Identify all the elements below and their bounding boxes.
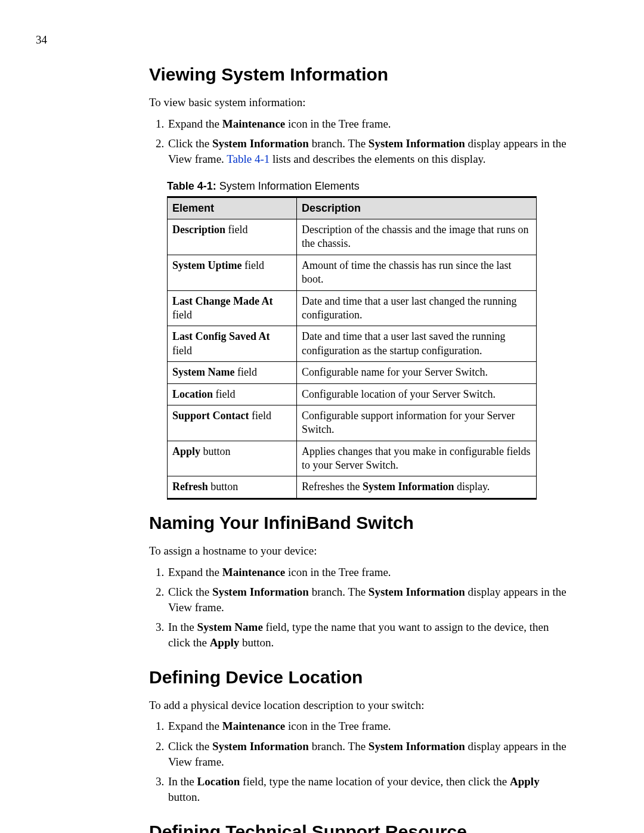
steps-list: Expand the Maintenance icon in the Tree … xyxy=(149,116,572,167)
text: icon in the Tree frame. xyxy=(285,566,391,578)
system-information-elements-table: Element Description Description field De… xyxy=(167,196,537,500)
intro-text: To assign a hostname to your device: xyxy=(149,544,572,559)
element-type: button xyxy=(208,481,239,493)
intro-text: To add a physical device location descri… xyxy=(149,698,572,713)
bold-text: System Information xyxy=(212,137,309,150)
bold-text: Maintenance xyxy=(222,566,286,578)
list-item: Expand the Maintenance icon in the Tree … xyxy=(167,719,572,734)
bold-text: System Information xyxy=(212,740,309,753)
text: branch. The xyxy=(309,740,369,753)
bold-text: Location xyxy=(197,775,240,788)
bold-text: System Information xyxy=(212,586,309,598)
heading-naming-your-infiniband-switch: Naming Your InfiniBand Switch xyxy=(149,513,572,533)
element-name: Location xyxy=(172,388,213,400)
page-content: Viewing System Information To view basic… xyxy=(149,64,572,833)
list-item: Click the System Information branch. The… xyxy=(167,136,572,166)
bold-text: System Information xyxy=(369,740,465,753)
bold-text: Maintenance xyxy=(222,117,286,130)
list-item: Click the System Information branch. The… xyxy=(167,739,572,769)
text: In the xyxy=(168,621,197,633)
element-name: Last Config Saved At xyxy=(172,330,270,342)
table-cross-reference[interactable]: Table 4-1 xyxy=(227,153,270,165)
text: Expand the xyxy=(168,720,222,732)
list-item: Expand the Maintenance icon in the Tree … xyxy=(167,116,572,132)
text: Click the xyxy=(168,586,212,598)
heading-viewing-system-information: Viewing System Information xyxy=(149,64,572,85)
text: Click the xyxy=(168,137,212,150)
bold-text: Apply xyxy=(210,636,240,649)
text: button. xyxy=(168,791,200,803)
document-page: 34 Viewing System Information To view ba… xyxy=(0,0,644,833)
column-header-description: Description xyxy=(297,197,537,219)
element-description: Configurable support information for you… xyxy=(297,405,537,441)
bold-text: System Information xyxy=(369,137,465,150)
text: button. xyxy=(239,636,274,649)
table-row: Last Config Saved At field Date and time… xyxy=(168,326,537,362)
element-description: Amount of time the chassis has run since… xyxy=(297,255,537,290)
text: branch. The xyxy=(309,137,369,150)
element-name: System Name xyxy=(172,366,234,378)
element-type: field xyxy=(242,259,264,271)
bold-text: Maintenance xyxy=(222,720,286,732)
text: Expand the xyxy=(168,117,222,130)
table-row: Support Contact field Configurable suppo… xyxy=(168,405,537,441)
element-name: Apply xyxy=(172,445,200,457)
element-type: field xyxy=(172,345,192,357)
element-description: Description of the chassis and the image… xyxy=(297,219,537,255)
element-description: Date and time that a user last saved the… xyxy=(297,326,537,362)
heading-defining-device-location: Defining Device Location xyxy=(149,667,572,688)
bold-text: Apply xyxy=(510,775,540,788)
element-type: field xyxy=(172,309,192,321)
steps-list: Expand the Maintenance icon in the Tree … xyxy=(149,719,572,804)
table-row: Last Change Made At field Date and time … xyxy=(168,290,537,326)
page-number: 34 xyxy=(36,33,47,47)
element-description: Configurable name for your Server Switch… xyxy=(297,362,537,383)
element-name: Last Change Made At xyxy=(172,295,273,307)
element-type: field xyxy=(249,410,272,422)
list-item: In the System Name field, type the name … xyxy=(167,620,572,650)
text: icon in the Tree frame. xyxy=(285,117,391,130)
list-item: Click the System Information branch. The… xyxy=(167,584,572,615)
element-name: System Uptime xyxy=(172,259,242,271)
table-row: Apply button Applies changes that you ma… xyxy=(168,441,537,476)
text: branch. The xyxy=(309,586,369,598)
caption-label: Table 4-1: xyxy=(167,180,216,192)
bold-text: System Name xyxy=(197,621,263,633)
element-name: Refresh xyxy=(172,481,208,493)
bold-text: System Information xyxy=(369,586,465,598)
text: field, type the name location of your de… xyxy=(240,775,510,788)
list-item: In the Location field, type the name loc… xyxy=(167,774,572,804)
table-row: Location field Configurable location of … xyxy=(168,383,537,405)
element-description: Date and time that a user last changed t… xyxy=(297,290,537,326)
element-type: button xyxy=(200,445,231,457)
element-description: Applies changes that you make in configu… xyxy=(297,441,537,476)
caption-text: System Information Elements xyxy=(216,180,360,192)
text: In the xyxy=(168,775,197,788)
element-description: Refreshes the System Information display… xyxy=(297,476,537,498)
text: Expand the xyxy=(168,566,222,578)
bold-text: System Information xyxy=(363,481,454,493)
text: display. xyxy=(454,481,490,493)
element-type: field xyxy=(225,224,248,236)
element-type: field xyxy=(213,388,236,400)
text: lists and describes the elements on this… xyxy=(270,153,485,165)
steps-list: Expand the Maintenance icon in the Tree … xyxy=(149,565,572,651)
element-description: Configurable location of your Server Swi… xyxy=(297,383,537,405)
text: icon in the Tree frame. xyxy=(285,720,391,732)
table-row: Refresh button Refreshes the System Info… xyxy=(168,476,537,498)
table-header-row: Element Description xyxy=(168,197,537,219)
text: Refreshes the xyxy=(302,481,363,493)
text: Click the xyxy=(168,740,212,753)
list-item: Expand the Maintenance icon in the Tree … xyxy=(167,565,572,580)
heading-defining-technical-support-resource: Defining Technical Support Resource xyxy=(149,822,572,833)
column-header-element: Element xyxy=(168,197,297,219)
table-row: System Uptime field Amount of time the c… xyxy=(168,255,537,290)
element-name: Support Contact xyxy=(172,410,249,422)
table-row: System Name field Configurable name for … xyxy=(168,362,537,383)
element-name: Description xyxy=(172,224,225,236)
intro-text: To view basic system information: xyxy=(149,95,572,110)
element-type: field xyxy=(234,366,257,378)
table-row: Description field Description of the cha… xyxy=(168,219,537,255)
table-caption: Table 4-1: System Information Elements xyxy=(167,180,572,193)
